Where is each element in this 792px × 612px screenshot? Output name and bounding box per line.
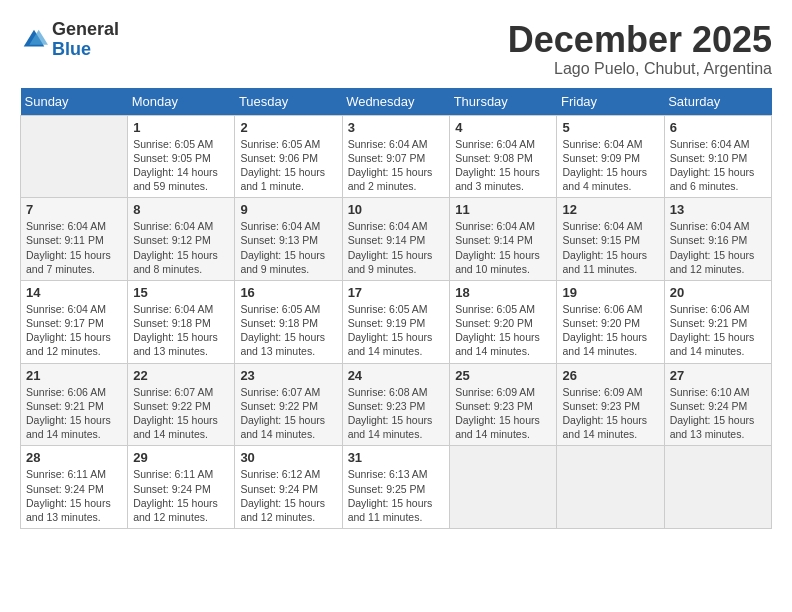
calendar-day: 5Sunrise: 6:04 AMSunset: 9:09 PMDaylight… (557, 115, 664, 198)
day-info: Sunrise: 6:13 AMSunset: 9:25 PMDaylight:… (348, 467, 445, 524)
day-number: 22 (133, 368, 229, 383)
day-number: 21 (26, 368, 122, 383)
day-number: 3 (348, 120, 445, 135)
day-number: 28 (26, 450, 122, 465)
day-info: Sunrise: 6:07 AMSunset: 9:22 PMDaylight:… (240, 385, 336, 442)
day-info: Sunrise: 6:11 AMSunset: 9:24 PMDaylight:… (26, 467, 122, 524)
calendar-week: 14Sunrise: 6:04 AMSunset: 9:17 PMDayligh… (21, 280, 772, 363)
day-number: 2 (240, 120, 336, 135)
calendar-day: 25Sunrise: 6:09 AMSunset: 9:23 PMDayligh… (450, 363, 557, 446)
logo: General Blue (20, 20, 119, 60)
calendar-day: 18Sunrise: 6:05 AMSunset: 9:20 PMDayligh… (450, 280, 557, 363)
calendar-day: 21Sunrise: 6:06 AMSunset: 9:21 PMDayligh… (21, 363, 128, 446)
calendar-week: 1Sunrise: 6:05 AMSunset: 9:05 PMDaylight… (21, 115, 772, 198)
calendar-day (450, 446, 557, 529)
day-number: 1 (133, 120, 229, 135)
calendar-day: 1Sunrise: 6:05 AMSunset: 9:05 PMDaylight… (128, 115, 235, 198)
day-info: Sunrise: 6:04 AMSunset: 9:10 PMDaylight:… (670, 137, 766, 194)
day-info: Sunrise: 6:04 AMSunset: 9:15 PMDaylight:… (562, 219, 658, 276)
day-info: Sunrise: 6:04 AMSunset: 9:12 PMDaylight:… (133, 219, 229, 276)
day-info: Sunrise: 6:04 AMSunset: 9:17 PMDaylight:… (26, 302, 122, 359)
calendar-week: 21Sunrise: 6:06 AMSunset: 9:21 PMDayligh… (21, 363, 772, 446)
day-number: 23 (240, 368, 336, 383)
day-info: Sunrise: 6:04 AMSunset: 9:11 PMDaylight:… (26, 219, 122, 276)
calendar-day: 27Sunrise: 6:10 AMSunset: 9:24 PMDayligh… (664, 363, 771, 446)
calendar-day: 17Sunrise: 6:05 AMSunset: 9:19 PMDayligh… (342, 280, 450, 363)
calendar-day (557, 446, 664, 529)
calendar-day: 3Sunrise: 6:04 AMSunset: 9:07 PMDaylight… (342, 115, 450, 198)
day-number: 8 (133, 202, 229, 217)
day-number: 17 (348, 285, 445, 300)
weekday-header: Saturday (664, 88, 771, 116)
day-info: Sunrise: 6:08 AMSunset: 9:23 PMDaylight:… (348, 385, 445, 442)
day-info: Sunrise: 6:05 AMSunset: 9:06 PMDaylight:… (240, 137, 336, 194)
day-info: Sunrise: 6:04 AMSunset: 9:07 PMDaylight:… (348, 137, 445, 194)
weekday-header: Wednesday (342, 88, 450, 116)
logo-blue: Blue (52, 39, 91, 59)
calendar-day: 13Sunrise: 6:04 AMSunset: 9:16 PMDayligh… (664, 198, 771, 281)
calendar-day: 11Sunrise: 6:04 AMSunset: 9:14 PMDayligh… (450, 198, 557, 281)
title-area: December 2025 Lago Puelo, Chubut, Argent… (508, 20, 772, 78)
day-info: Sunrise: 6:04 AMSunset: 9:14 PMDaylight:… (348, 219, 445, 276)
day-number: 20 (670, 285, 766, 300)
calendar-day: 12Sunrise: 6:04 AMSunset: 9:15 PMDayligh… (557, 198, 664, 281)
day-info: Sunrise: 6:05 AMSunset: 9:18 PMDaylight:… (240, 302, 336, 359)
day-number: 6 (670, 120, 766, 135)
day-info: Sunrise: 6:06 AMSunset: 9:21 PMDaylight:… (670, 302, 766, 359)
calendar-day: 2Sunrise: 6:05 AMSunset: 9:06 PMDaylight… (235, 115, 342, 198)
day-info: Sunrise: 6:04 AMSunset: 9:09 PMDaylight:… (562, 137, 658, 194)
calendar-day: 20Sunrise: 6:06 AMSunset: 9:21 PMDayligh… (664, 280, 771, 363)
weekday-header: Sunday (21, 88, 128, 116)
day-info: Sunrise: 6:12 AMSunset: 9:24 PMDaylight:… (240, 467, 336, 524)
day-number: 10 (348, 202, 445, 217)
day-number: 24 (348, 368, 445, 383)
day-number: 13 (670, 202, 766, 217)
day-info: Sunrise: 6:04 AMSunset: 9:16 PMDaylight:… (670, 219, 766, 276)
day-info: Sunrise: 6:11 AMSunset: 9:24 PMDaylight:… (133, 467, 229, 524)
calendar-day: 14Sunrise: 6:04 AMSunset: 9:17 PMDayligh… (21, 280, 128, 363)
day-info: Sunrise: 6:05 AMSunset: 9:20 PMDaylight:… (455, 302, 551, 359)
day-info: Sunrise: 6:09 AMSunset: 9:23 PMDaylight:… (562, 385, 658, 442)
day-info: Sunrise: 6:05 AMSunset: 9:05 PMDaylight:… (133, 137, 229, 194)
calendar-day: 31Sunrise: 6:13 AMSunset: 9:25 PMDayligh… (342, 446, 450, 529)
day-number: 18 (455, 285, 551, 300)
calendar-day: 22Sunrise: 6:07 AMSunset: 9:22 PMDayligh… (128, 363, 235, 446)
logo-text: General Blue (52, 20, 119, 60)
calendar-day: 10Sunrise: 6:04 AMSunset: 9:14 PMDayligh… (342, 198, 450, 281)
calendar-day: 28Sunrise: 6:11 AMSunset: 9:24 PMDayligh… (21, 446, 128, 529)
calendar-day: 7Sunrise: 6:04 AMSunset: 9:11 PMDaylight… (21, 198, 128, 281)
day-number: 27 (670, 368, 766, 383)
logo-icon (20, 26, 48, 54)
header: General Blue December 2025 Lago Puelo, C… (20, 20, 772, 78)
day-info: Sunrise: 6:06 AMSunset: 9:21 PMDaylight:… (26, 385, 122, 442)
calendar-day: 26Sunrise: 6:09 AMSunset: 9:23 PMDayligh… (557, 363, 664, 446)
weekday-header: Tuesday (235, 88, 342, 116)
calendar-day: 9Sunrise: 6:04 AMSunset: 9:13 PMDaylight… (235, 198, 342, 281)
weekday-header: Monday (128, 88, 235, 116)
day-number: 30 (240, 450, 336, 465)
day-info: Sunrise: 6:04 AMSunset: 9:14 PMDaylight:… (455, 219, 551, 276)
day-info: Sunrise: 6:04 AMSunset: 9:18 PMDaylight:… (133, 302, 229, 359)
calendar-day: 6Sunrise: 6:04 AMSunset: 9:10 PMDaylight… (664, 115, 771, 198)
day-info: Sunrise: 6:04 AMSunset: 9:08 PMDaylight:… (455, 137, 551, 194)
day-number: 25 (455, 368, 551, 383)
day-number: 11 (455, 202, 551, 217)
day-number: 5 (562, 120, 658, 135)
day-number: 9 (240, 202, 336, 217)
calendar-day (664, 446, 771, 529)
day-number: 29 (133, 450, 229, 465)
day-info: Sunrise: 6:06 AMSunset: 9:20 PMDaylight:… (562, 302, 658, 359)
location-title: Lago Puelo, Chubut, Argentina (508, 60, 772, 78)
calendar-header: SundayMondayTuesdayWednesdayThursdayFrid… (21, 88, 772, 116)
day-number: 7 (26, 202, 122, 217)
calendar-day: 23Sunrise: 6:07 AMSunset: 9:22 PMDayligh… (235, 363, 342, 446)
day-number: 31 (348, 450, 445, 465)
day-info: Sunrise: 6:04 AMSunset: 9:13 PMDaylight:… (240, 219, 336, 276)
calendar-week: 28Sunrise: 6:11 AMSunset: 9:24 PMDayligh… (21, 446, 772, 529)
day-info: Sunrise: 6:05 AMSunset: 9:19 PMDaylight:… (348, 302, 445, 359)
day-info: Sunrise: 6:10 AMSunset: 9:24 PMDaylight:… (670, 385, 766, 442)
logo-general: General (52, 19, 119, 39)
weekday-header: Thursday (450, 88, 557, 116)
calendar-table: SundayMondayTuesdayWednesdayThursdayFrid… (20, 88, 772, 529)
calendar-day: 19Sunrise: 6:06 AMSunset: 9:20 PMDayligh… (557, 280, 664, 363)
